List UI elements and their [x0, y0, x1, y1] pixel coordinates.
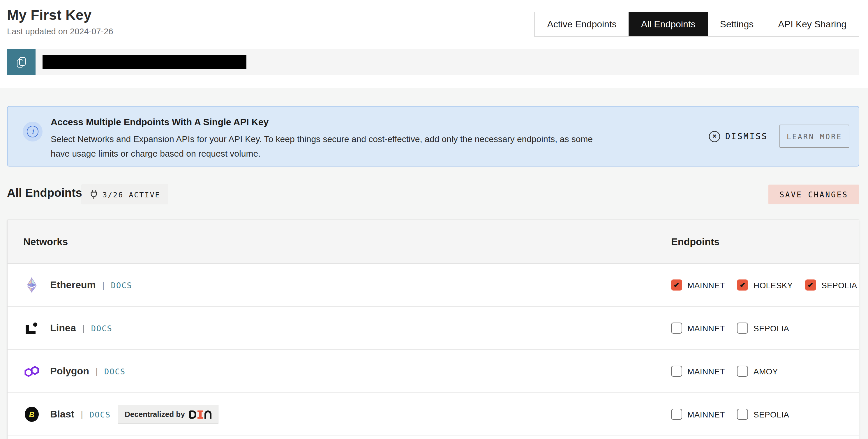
endpoint-toggle-holesky[interactable]: ✔HOLESKY — [737, 279, 793, 291]
endpoint-label: SEPOLIA — [753, 324, 789, 333]
blast-icon: B — [23, 406, 40, 423]
checkbox-unchecked[interactable] — [737, 409, 748, 420]
network-cell: Polygon | DOCS — [23, 350, 126, 393]
content-area: i Access Multiple Endpoints With A Singl… — [0, 88, 868, 439]
endpoint-toggle-mainnet[interactable]: MAINNET — [671, 409, 725, 420]
title-block: My First Key Last updated on 2024-07-26 — [7, 7, 113, 36]
polygon-icon — [23, 363, 40, 379]
din-logo — [190, 410, 212, 418]
dismiss-label: DISMISS — [725, 132, 768, 141]
learn-more-button[interactable]: LEARN MORE — [779, 125, 849, 148]
section-title: All Endpoints — [7, 186, 82, 200]
table-row: Ethereum | DOCS ✔MAINNET✔HOLESKY✔SEPOLIA — [7, 264, 859, 307]
table-row: B Blast | DOCS Decentralized by MAINNETS… — [7, 393, 859, 436]
badge-prefix: Decentralized by — [125, 410, 185, 418]
info-banner: i Access Multiple Endpoints With A Singl… — [7, 106, 859, 167]
banner-actions: ✕ DISMISS LEARN MORE — [709, 106, 849, 166]
circle-x-icon: ✕ — [709, 131, 720, 142]
network-cell: B Blast | DOCS Decentralized by — [23, 393, 219, 436]
column-header-networks: Networks — [23, 236, 68, 248]
info-icon-circle: i — [23, 122, 42, 141]
endpoint-label: HOLESKY — [753, 280, 793, 290]
network-name: Ethereum — [50, 279, 96, 291]
docs-link[interactable]: DOCS — [89, 410, 111, 419]
copy-icon — [17, 57, 26, 67]
endpoint-toggle-sepolia[interactable]: ✔SEPOLIA — [805, 279, 857, 291]
endpoints-cell: ✔MAINNET✔HOLESKY✔SEPOLIA — [671, 264, 859, 306]
endpoint-label: MAINNET — [687, 367, 725, 376]
endpoints-cell: MAINNETAMOY — [671, 350, 790, 393]
active-count-badge: 3/26 ACTIVE — [82, 184, 169, 204]
svg-text:B: B — [29, 410, 34, 419]
api-key-field[interactable] — [35, 49, 859, 75]
endpoint-label: SEPOLIA — [822, 280, 857, 290]
api-key-row — [7, 49, 859, 75]
table-row: Polygon | DOCS MAINNETAMOY — [7, 350, 859, 393]
endpoint-label: MAINNET — [687, 410, 725, 419]
docs-link[interactable]: DOCS — [104, 367, 126, 376]
copy-api-key-button[interactable] — [7, 49, 35, 75]
docs-link[interactable]: DOCS — [111, 280, 132, 290]
banner-body: Select Networks and Expansion APIs for y… — [51, 132, 604, 161]
endpoints-cell: MAINNETSEPOLIA — [671, 307, 801, 349]
endpoint-toggle-amoy[interactable]: AMOY — [737, 366, 778, 377]
network-name: Polygon — [50, 365, 89, 377]
separator: | — [81, 409, 83, 419]
endpoint-label: MAINNET — [687, 324, 725, 333]
separator: | — [83, 323, 85, 333]
save-changes-button[interactable]: SAVE CHANGES — [768, 184, 859, 204]
separator: | — [102, 280, 104, 290]
endpoints-cell: MAINNETSEPOLIA — [671, 393, 801, 436]
tab-all-endpoints[interactable]: All Endpoints — [629, 12, 708, 36]
table-row: Linea | DOCS MAINNETSEPOLIA — [7, 307, 859, 350]
tab-api-key-sharing[interactable]: API Key Sharing — [766, 12, 859, 36]
endpoint-toggle-mainnet[interactable]: ✔MAINNET — [671, 279, 725, 291]
endpoint-toggle-sepolia[interactable]: SEPOLIA — [737, 323, 789, 334]
network-name: Blast — [50, 408, 74, 420]
checkbox-unchecked[interactable] — [671, 409, 682, 420]
tab-settings[interactable]: Settings — [708, 12, 766, 36]
last-updated-text: Last updated on 2024-07-26 — [7, 27, 113, 36]
endpoint-label: AMOY — [753, 367, 778, 376]
docs-link[interactable]: DOCS — [91, 324, 113, 333]
network-name: Linea — [50, 322, 76, 334]
separator: | — [96, 366, 98, 376]
section-bar: All Endpoints 3/26 ACTIVE SAVE CHANGES — [7, 184, 859, 204]
page-title: My First Key — [7, 7, 113, 23]
checkbox-checked[interactable]: ✔ — [671, 279, 682, 291]
checkbox-unchecked[interactable] — [671, 323, 682, 334]
endpoint-toggle-sepolia[interactable]: SEPOLIA — [737, 409, 789, 420]
banner-text: Access Multiple Endpoints With A Single … — [51, 117, 604, 161]
endpoint-label: MAINNET — [687, 280, 725, 290]
plug-icon — [90, 190, 98, 199]
ethereum-icon — [23, 277, 40, 293]
checkbox-unchecked[interactable] — [737, 323, 748, 334]
checkbox-unchecked[interactable] — [737, 366, 748, 377]
checkbox-checked[interactable]: ✔ — [737, 279, 748, 291]
table-body: Ethereum | DOCS ✔MAINNET✔HOLESKY✔SEPOLIA… — [7, 264, 859, 436]
active-count-label: 3/26 ACTIVE — [102, 190, 160, 199]
banner-title: Access Multiple Endpoints With A Single … — [51, 117, 604, 128]
linea-icon — [23, 320, 40, 336]
checkbox-checked[interactable]: ✔ — [805, 279, 816, 291]
tab-active-endpoints[interactable]: Active Endpoints — [535, 12, 628, 36]
network-cell: Linea | DOCS — [23, 307, 113, 349]
column-header-endpoints: Endpoints — [671, 236, 719, 248]
network-cell: Ethereum | DOCS — [23, 264, 132, 306]
endpoint-label: SEPOLIA — [753, 410, 789, 419]
table-header: Networks Endpoints — [7, 220, 859, 264]
page-header: My First Key Last updated on 2024-07-26 … — [0, 0, 868, 87]
checkbox-unchecked[interactable] — [671, 366, 682, 377]
info-icon: i — [27, 126, 38, 137]
endpoint-toggle-mainnet[interactable]: MAINNET — [671, 366, 725, 377]
tab-bar: Active EndpointsAll EndpointsSettingsAPI… — [534, 12, 859, 37]
api-key-redacted-value — [42, 55, 246, 69]
dismiss-button[interactable]: ✕ DISMISS — [709, 131, 768, 142]
endpoints-table: Networks Endpoints Ethereum | DOCS ✔MAIN… — [7, 220, 859, 439]
decentralized-badge: Decentralized by — [118, 405, 219, 424]
endpoint-toggle-mainnet[interactable]: MAINNET — [671, 323, 725, 334]
